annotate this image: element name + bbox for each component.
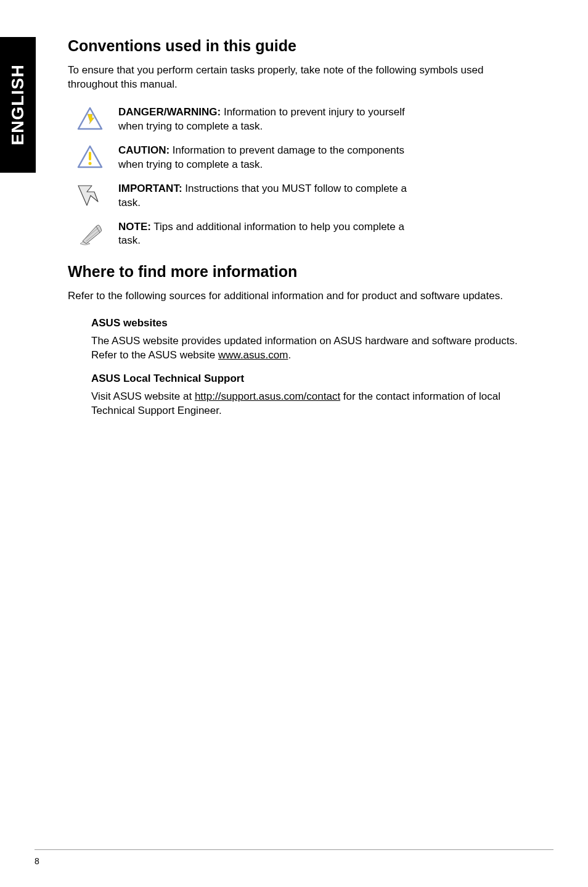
section1-heading: Conventions used in this guide <box>68 37 533 55</box>
sub1-heading: ASUS websites <box>91 317 533 329</box>
sub2-text: Visit ASUS website at http://support.asu… <box>91 390 533 418</box>
section1-intro: To ensure that you perform certain tasks… <box>68 64 533 92</box>
language-label: ENGLISH <box>8 64 28 145</box>
important-icon <box>73 182 107 208</box>
caution-text: CAUTION: Information to prevent damage t… <box>107 144 415 172</box>
footer-divider <box>35 849 553 850</box>
asus-website-link[interactable]: www.asus.com <box>218 349 288 361</box>
asus-support-link[interactable]: http://support.asus.com/contact <box>195 390 340 402</box>
danger-text: DANGER/WARNING: Information to prevent i… <box>107 105 415 134</box>
symbol-row-note: NOTE: Tips and additional information to… <box>68 220 533 249</box>
sub2-heading: ASUS Local Technical Support <box>91 373 533 385</box>
page-number: 8 <box>35 856 39 866</box>
svg-rect-0 <box>89 152 91 160</box>
symbol-row-caution: CAUTION: Information to prevent damage t… <box>68 144 533 172</box>
note-text: NOTE: Tips and additional information to… <box>107 220 415 249</box>
danger-icon <box>73 105 107 131</box>
main-content: Conventions used in this guide To ensure… <box>0 0 588 453</box>
language-tab: ENGLISH <box>0 37 36 173</box>
subsection-websites: ASUS websites The ASUS website provides … <box>68 317 533 418</box>
caution-icon <box>73 144 107 170</box>
section2-heading: Where to find more information <box>68 263 533 281</box>
sub1-text: The ASUS website provides updated inform… <box>91 334 533 363</box>
symbol-row-danger: DANGER/WARNING: Information to prevent i… <box>68 105 533 134</box>
important-text: IMPORTANT: Instructions that you MUST fo… <box>107 182 415 210</box>
symbol-row-important: IMPORTANT: Instructions that you MUST fo… <box>68 182 533 210</box>
section2-intro: Refer to the following sources for addit… <box>68 289 533 303</box>
svg-point-1 <box>89 162 92 165</box>
note-icon <box>73 220 107 247</box>
